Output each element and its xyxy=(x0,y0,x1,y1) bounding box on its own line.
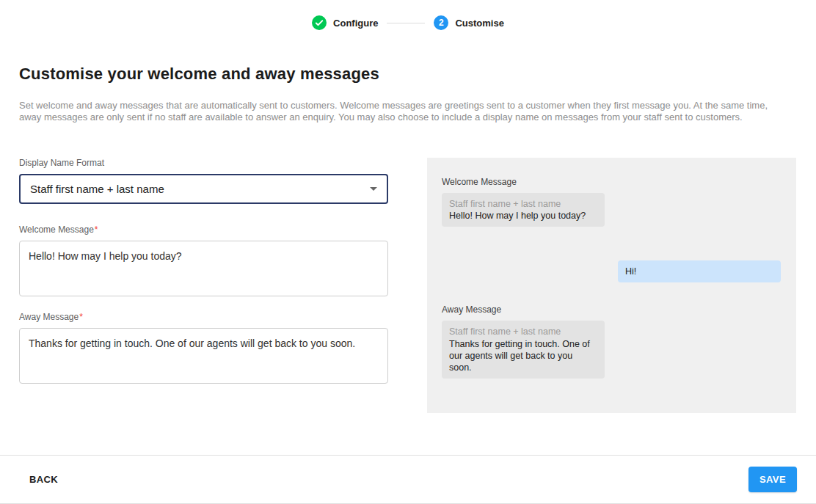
check-circle-icon xyxy=(312,15,327,30)
stepper: Configure 2 Customise xyxy=(0,0,816,30)
step-2-badge: 2 xyxy=(434,15,448,30)
save-button[interactable]: SAVE xyxy=(748,467,797,492)
welcome-message-label-text: Welcome Message xyxy=(19,224,94,235)
away-message-input[interactable]: Thanks for getting in touch. One of our … xyxy=(19,328,388,384)
required-asterisk: * xyxy=(95,224,98,235)
step-configure-label: Configure xyxy=(333,18,378,29)
bubble-text: Thanks for getting in touch. One of our … xyxy=(449,338,597,374)
step-configure[interactable]: Configure xyxy=(312,15,378,30)
page-description: Set welcome and away messages that are a… xyxy=(19,100,787,124)
welcome-message-input[interactable]: Hello! How may I help you today? xyxy=(19,241,388,296)
message-form: Display Name Format Staff first name + l… xyxy=(19,158,388,387)
welcome-message-label: Welcome Message* xyxy=(19,224,388,235)
chat-preview-panel: Welcome Message Staff first name + last … xyxy=(427,158,796,413)
away-preview-bubble: Staff first name + last name Thanks for … xyxy=(442,321,605,379)
customise-messages-page: Configure 2 Customise Customise your wel… xyxy=(0,0,816,504)
customer-preview-bubble: Hi! xyxy=(618,260,781,282)
display-name-format-value: Staff first name + last name xyxy=(30,183,164,195)
preview-away-label: Away Message xyxy=(442,304,781,315)
step-customise-label: Customise xyxy=(455,18,503,29)
content-area: Display Name Format Staff first name + l… xyxy=(19,158,796,413)
footer-action-bar: BACK SAVE xyxy=(0,455,816,503)
bubble-text: Hi! xyxy=(625,266,773,277)
back-button[interactable]: BACK xyxy=(29,468,58,491)
bubble-text: Hello! How may I help you today? xyxy=(449,210,597,222)
required-asterisk: * xyxy=(79,312,83,322)
display-name-format-label-text: Display Name Format xyxy=(19,158,104,168)
away-message-label-text: Away Message xyxy=(19,312,79,322)
dropdown-arrow-icon xyxy=(370,187,377,191)
bubble-sender-name: Staff first name + last name xyxy=(449,326,597,337)
bubble-sender-name: Staff first name + last name xyxy=(449,198,597,210)
welcome-preview-bubble: Staff first name + last name Hello! How … xyxy=(442,193,605,227)
page-title: Customise your welcome and away messages xyxy=(19,65,797,84)
away-message-label: Away Message* xyxy=(19,312,388,322)
stepper-connector xyxy=(387,23,425,23)
display-name-format-label: Display Name Format xyxy=(19,158,388,168)
step-customise[interactable]: 2 Customise xyxy=(434,15,503,30)
preview-welcome-label: Welcome Message xyxy=(442,177,781,187)
display-name-format-select[interactable]: Staff first name + last name xyxy=(19,174,388,204)
